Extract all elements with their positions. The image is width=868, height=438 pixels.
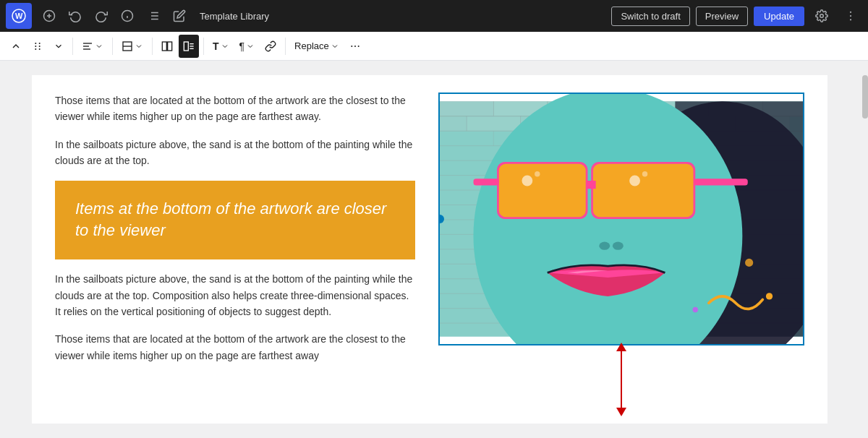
svg-point-16 — [850, 15, 851, 17]
highlight-box: Items at the bottom of the artwork are c… — [55, 181, 415, 260]
content-columns: Those items that are located at the bott… — [55, 93, 804, 422]
svg-point-103 — [745, 259, 753, 267]
editor-canvas[interactable]: Those items that are located at the bott… — [0, 61, 859, 438]
svg-point-15 — [850, 12, 851, 13]
toolbar-separator-2 — [112, 38, 113, 55]
svg-point-96 — [535, 171, 540, 176]
svg-point-101 — [766, 293, 773, 299]
svg-point-98 — [642, 171, 647, 176]
svg-rect-94 — [694, 179, 747, 185]
media-text-button[interactable] — [179, 35, 199, 58]
switch-draft-button[interactable]: Switch to draft — [611, 7, 689, 26]
toolbar-separator-3 — [152, 38, 153, 55]
svg-point-21 — [39, 46, 41, 47]
svg-point-23 — [39, 48, 41, 50]
svg-point-100 — [613, 242, 624, 250]
undo-button[interactable] — [64, 4, 87, 27]
highlight-text[interactable]: Items at the bottom of the artwork are c… — [75, 198, 395, 243]
svg-rect-31 — [184, 42, 188, 51]
drag-handle-button[interactable] — [27, 35, 48, 58]
svg-rect-47 — [440, 116, 467, 131]
scrollbar-thumb[interactable] — [862, 75, 868, 119]
svg-rect-92 — [587, 181, 596, 189]
svg-point-99 — [599, 242, 610, 250]
svg-point-20 — [35, 46, 36, 47]
typography-button[interactable]: T — [208, 35, 234, 58]
svg-point-18 — [35, 43, 36, 44]
block-toolbar: T ¶ Replace — [0, 32, 868, 61]
svg-point-36 — [354, 46, 356, 47]
top-bar: W Template Library Switch to draft Previ… — [0, 0, 868, 32]
editor-content: Those items that are located at the bott… — [32, 75, 827, 424]
two-col-layout-button[interactable] — [157, 35, 177, 58]
update-button[interactable]: Update — [754, 7, 804, 26]
block-options-chevron[interactable] — [49, 35, 68, 58]
svg-rect-30 — [168, 42, 172, 51]
vertical-align-button[interactable] — [117, 35, 148, 58]
toolbar-separator-4 — [203, 38, 204, 55]
list-view-button[interactable] — [142, 4, 165, 27]
redo-button[interactable] — [90, 4, 113, 27]
toolbar-separator-5 — [285, 38, 286, 55]
svg-text:W: W — [15, 12, 23, 20]
resize-arrow[interactable] — [438, 343, 804, 416]
wp-logo: W — [6, 3, 32, 29]
graffiti-artwork — [440, 94, 803, 344]
svg-rect-40 — [440, 101, 493, 116]
svg-point-97 — [629, 176, 640, 186]
link-button[interactable] — [260, 35, 281, 58]
add-block-button[interactable] — [38, 4, 61, 27]
arrow-down-icon — [616, 408, 626, 416]
svg-point-14 — [820, 14, 824, 18]
paragraph-2[interactable]: In the sailboats picture above, the sand… — [55, 137, 415, 169]
svg-rect-89 — [499, 164, 586, 217]
svg-point-22 — [35, 48, 36, 50]
info-button[interactable] — [116, 4, 139, 27]
svg-point-17 — [850, 19, 851, 20]
svg-rect-48 — [467, 116, 520, 131]
preview-button[interactable]: Preview — [696, 7, 748, 26]
editor-wrapper: Those items that are located at the bott… — [0, 61, 868, 438]
top-bar-actions: Switch to draft Preview Update — [611, 4, 862, 27]
svg-point-35 — [351, 46, 352, 47]
svg-point-102 — [693, 307, 698, 312]
arrow-shaft — [621, 351, 622, 408]
svg-rect-93 — [473, 179, 498, 185]
svg-rect-91 — [593, 164, 694, 217]
text-style-button[interactable]: ¶ — [235, 35, 260, 58]
svg-point-95 — [522, 176, 532, 186]
more-block-options-button[interactable] — [345, 35, 365, 58]
move-up-button[interactable] — [6, 35, 26, 58]
graffiti-image-container[interactable] — [438, 93, 804, 345]
svg-rect-29 — [162, 42, 166, 51]
scrollbar-area — [859, 61, 868, 438]
left-column: Those items that are located at the bott… — [55, 93, 421, 375]
paragraph-4[interactable]: Those items that are located at the bott… — [55, 331, 415, 364]
more-options-icon[interactable] — [839, 4, 862, 27]
svg-point-37 — [357, 46, 359, 47]
right-column — [438, 93, 804, 422]
edit-button[interactable] — [168, 4, 191, 27]
replace-button[interactable]: Replace — [290, 35, 344, 58]
settings-icon[interactable] — [810, 4, 833, 27]
page-title: Template Library — [200, 11, 608, 22]
paragraph-3[interactable]: In the sailboats picture above, the sand… — [55, 271, 415, 319]
svg-point-19 — [39, 43, 41, 44]
align-button[interactable] — [77, 35, 108, 58]
toolbar-separator-1 — [72, 38, 73, 55]
paragraph-1[interactable]: Those items that are located at the bott… — [55, 93, 415, 125]
